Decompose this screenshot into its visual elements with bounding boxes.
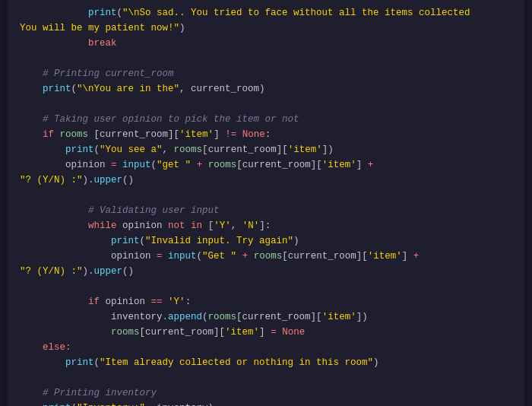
code-content: else: print("\nSo sad.. You tried to fac… (20, 0, 512, 406)
code-editor: else: print("\nSo sad.. You tried to fac… (8, 0, 524, 406)
